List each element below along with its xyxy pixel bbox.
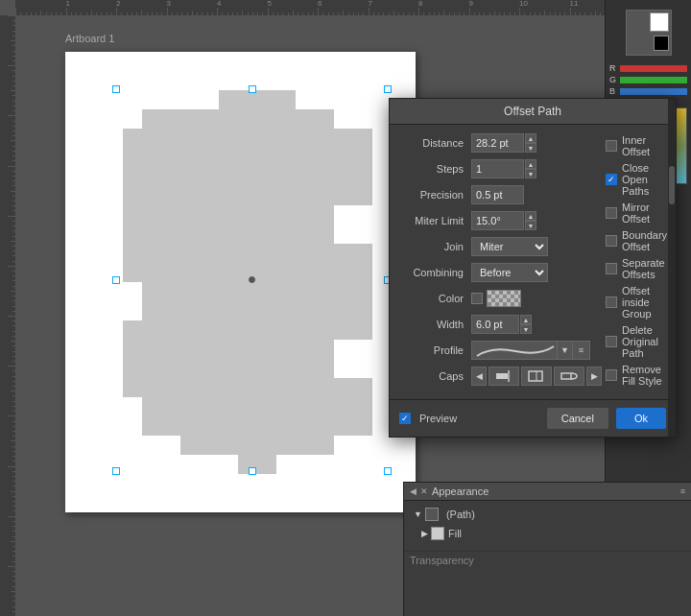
mirror-offset-checkbox[interactable] [606, 207, 617, 219]
remove-fill-style-label: Remove Fill Style [622, 364, 667, 387]
width-stepper: ▲ ▼ [520, 315, 532, 334]
miter-limit-input: ▲ ▼ [471, 211, 536, 230]
ruler-tick-h-80 [418, 8, 419, 15]
miter-limit-row: Miter Limit ▲ ▼ [399, 210, 602, 231]
ok-button[interactable]: Ok [616, 408, 666, 429]
steps-field[interactable] [471, 159, 524, 178]
distance-field[interactable] [471, 133, 524, 153]
width-up[interactable]: ▲ [520, 315, 532, 324]
panel-settings-icon[interactable]: ✕ [420, 486, 428, 496]
path-expand-icon[interactable]: ▼ [414, 509, 422, 519]
handle-top-right[interactable] [384, 85, 392, 93]
ruler-tick-v-60 [8, 316, 15, 317]
appearance-panel-body: ▼ (Path) ▶ Fill [404, 501, 691, 547]
width-down[interactable]: ▼ [520, 324, 532, 334]
miter-limit-field[interactable] [471, 211, 524, 230]
precision-input [471, 185, 524, 204]
cancel-button[interactable]: Cancel [547, 408, 608, 429]
steps-up[interactable]: ▲ [525, 159, 536, 169]
steps-stepper: ▲ ▼ [525, 159, 536, 178]
miter-down[interactable]: ▼ [525, 221, 536, 230]
profile-dropdown-btn[interactable]: ▼ [558, 341, 573, 360]
color-input [471, 290, 521, 307]
handle-bot-mid[interactable] [249, 467, 256, 475]
handle-bot-right[interactable] [384, 467, 392, 475]
color-checkbox[interactable] [471, 293, 483, 304]
inner-offset-checkbox[interactable] [606, 140, 617, 152]
boundary-offset-checkbox[interactable] [606, 235, 617, 247]
panel-menu-icon[interactable]: ≡ [680, 486, 685, 496]
offset-path-dialog: Offset Path Distance ▲ ▼ [389, 98, 677, 438]
inner-offset-label: Inner Offset [622, 134, 667, 157]
distance-up[interactable]: ▲ [525, 133, 536, 143]
ruler-label-100: 10 [519, 0, 528, 8]
scrollbar-thumb[interactable] [669, 166, 675, 204]
steps-down[interactable]: ▼ [525, 169, 536, 178]
miter-up[interactable]: ▲ [525, 211, 536, 221]
svg-rect-7 [529, 371, 542, 381]
handle-top-left[interactable] [112, 85, 120, 93]
dialog-scrollbar[interactable] [668, 99, 676, 437]
profile-curve[interactable] [471, 341, 558, 360]
offset-inside-group-checkbox[interactable] [606, 296, 617, 308]
caps-input: ◀ [471, 367, 602, 386]
inner-offset-row: Inner Offset [606, 134, 667, 157]
color-row: Color [399, 288, 602, 309]
horizontal-ruler: // Will be generated below 1234567891011… [15, 0, 605, 15]
width-field[interactable] [471, 315, 519, 334]
steps-row: Steps ▲ ▼ [399, 158, 602, 179]
swatch-g: G [609, 75, 687, 84]
profile-options-btn[interactable]: ≡ [573, 341, 590, 360]
boundary-offset-label: Boundary Offset [622, 229, 667, 252]
caps-prev-btn[interactable]: ◀ [471, 367, 487, 386]
ruler-tick-h-30 [167, 8, 168, 15]
svg-rect-9 [561, 373, 571, 379]
ruler-tick-h-40 [217, 8, 218, 15]
caps-square-btn[interactable] [521, 367, 552, 386]
close-open-paths-row: Close Open Paths [606, 162, 667, 197]
handle-bot-left[interactable] [112, 467, 120, 475]
precision-row: Precision [399, 184, 602, 205]
color-swatch[interactable] [487, 290, 521, 307]
swatch-r: R [609, 63, 687, 73]
ruler-label-20: 2 [116, 0, 120, 8]
handle-center [249, 276, 255, 283]
precision-field[interactable] [471, 185, 524, 204]
precision-label: Precision [399, 189, 471, 201]
panel-expand-icon[interactable]: ◀ [410, 486, 417, 496]
appearance-panel-header: ◀ ✕ Appearance ≡ [404, 483, 691, 501]
remove-fill-style-checkbox[interactable] [606, 369, 617, 381]
dialog-title: Offset Path [390, 99, 676, 125]
combining-select[interactable]: Before After [471, 263, 548, 282]
color-box [626, 10, 672, 56]
fill-swatch [431, 527, 444, 540]
caps-flat-btn[interactable] [488, 367, 519, 386]
caps-round-btn[interactable] [554, 367, 584, 386]
separate-offsets-checkbox[interactable] [606, 263, 617, 274]
fill-expand-icon[interactable]: ▶ [421, 529, 428, 538]
handle-top-mid[interactable] [249, 85, 256, 93]
delete-original-path-checkbox[interactable] [606, 336, 617, 347]
close-open-paths-checkbox[interactable] [606, 174, 617, 185]
join-select[interactable]: Miter Round Bevel [471, 237, 548, 256]
delete-original-path-label: Delete Original Path [622, 324, 667, 359]
caps-next-btn[interactable]: ▶ [586, 367, 602, 386]
ruler-tick-h-90 [469, 8, 470, 15]
appearance-panel: ◀ ✕ Appearance ≡ ▼ (Path) ▶ Fill Transpa… [403, 482, 691, 616]
combining-label: Combining [399, 267, 471, 278]
svg-rect-6 [508, 370, 510, 382]
separate-offsets-row: Separate Offsets [606, 257, 667, 280]
ruler-label-110: 11 [570, 0, 579, 8]
separate-offsets-label: Separate Offsets [622, 257, 667, 280]
preview-checkbox[interactable] [399, 413, 411, 424]
combining-input: Before After [471, 263, 548, 282]
ruler-tick-v-10 [8, 65, 15, 66]
width-row: Width ▲ ▼ [399, 314, 602, 335]
selection-box [115, 88, 389, 472]
ruler-label-80: 8 [418, 0, 422, 8]
distance-row: Distance ▲ ▼ [399, 132, 602, 154]
swatch-g-bar [620, 77, 687, 83]
ruler-tick-v-30 [8, 166, 15, 167]
distance-down[interactable]: ▼ [525, 143, 536, 153]
handle-mid-left[interactable] [112, 276, 120, 284]
